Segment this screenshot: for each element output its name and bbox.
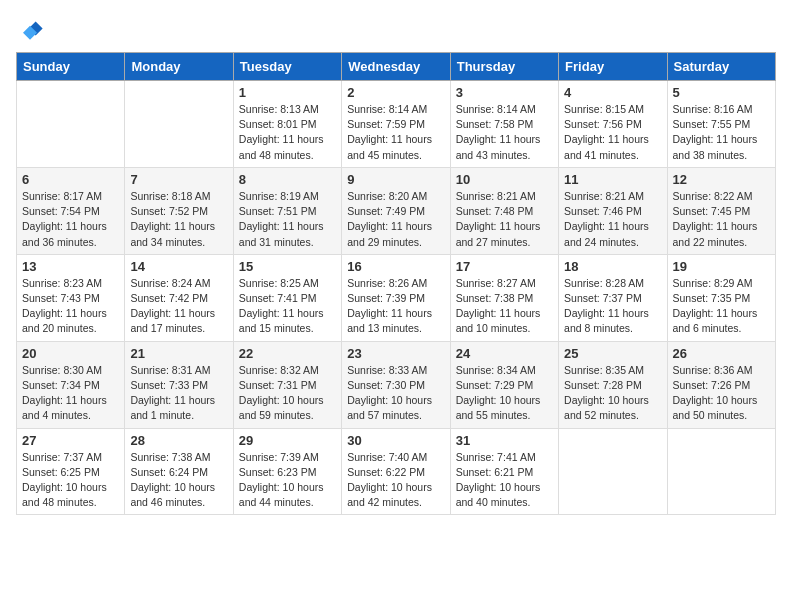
calendar-cell (125, 81, 233, 168)
calendar-cell: 6Sunrise: 8:17 AMSunset: 7:54 PMDaylight… (17, 167, 125, 254)
calendar-cell: 3Sunrise: 8:14 AMSunset: 7:58 PMDaylight… (450, 81, 558, 168)
calendar-cell (559, 428, 667, 515)
day-number: 2 (347, 85, 444, 100)
day-info: Sunrise: 8:33 AMSunset: 7:30 PMDaylight:… (347, 363, 444, 424)
day-info: Sunrise: 8:14 AMSunset: 7:58 PMDaylight:… (456, 102, 553, 163)
day-info: Sunrise: 8:32 AMSunset: 7:31 PMDaylight:… (239, 363, 336, 424)
day-number: 29 (239, 433, 336, 448)
day-number: 9 (347, 172, 444, 187)
day-info: Sunrise: 8:30 AMSunset: 7:34 PMDaylight:… (22, 363, 119, 424)
header-tuesday: Tuesday (233, 53, 341, 81)
calendar-week-row: 13Sunrise: 8:23 AMSunset: 7:43 PMDayligh… (17, 254, 776, 341)
day-number: 18 (564, 259, 661, 274)
header-sunday: Sunday (17, 53, 125, 81)
calendar-header-row: SundayMondayTuesdayWednesdayThursdayFrid… (17, 53, 776, 81)
day-number: 30 (347, 433, 444, 448)
calendar-cell: 23Sunrise: 8:33 AMSunset: 7:30 PMDayligh… (342, 341, 450, 428)
day-info: Sunrise: 8:21 AMSunset: 7:46 PMDaylight:… (564, 189, 661, 250)
day-number: 7 (130, 172, 227, 187)
day-info: Sunrise: 8:29 AMSunset: 7:35 PMDaylight:… (673, 276, 770, 337)
day-number: 31 (456, 433, 553, 448)
page-header (16, 16, 776, 44)
calendar-cell: 7Sunrise: 8:18 AMSunset: 7:52 PMDaylight… (125, 167, 233, 254)
calendar-cell: 15Sunrise: 8:25 AMSunset: 7:41 PMDayligh… (233, 254, 341, 341)
day-info: Sunrise: 8:35 AMSunset: 7:28 PMDaylight:… (564, 363, 661, 424)
day-number: 28 (130, 433, 227, 448)
day-number: 16 (347, 259, 444, 274)
calendar-cell: 31Sunrise: 7:41 AMSunset: 6:21 PMDayligh… (450, 428, 558, 515)
calendar-week-row: 20Sunrise: 8:30 AMSunset: 7:34 PMDayligh… (17, 341, 776, 428)
calendar-cell: 4Sunrise: 8:15 AMSunset: 7:56 PMDaylight… (559, 81, 667, 168)
calendar-cell: 21Sunrise: 8:31 AMSunset: 7:33 PMDayligh… (125, 341, 233, 428)
day-info: Sunrise: 7:39 AMSunset: 6:23 PMDaylight:… (239, 450, 336, 511)
day-info: Sunrise: 8:22 AMSunset: 7:45 PMDaylight:… (673, 189, 770, 250)
day-number: 3 (456, 85, 553, 100)
day-info: Sunrise: 8:27 AMSunset: 7:38 PMDaylight:… (456, 276, 553, 337)
day-number: 22 (239, 346, 336, 361)
day-number: 17 (456, 259, 553, 274)
header-wednesday: Wednesday (342, 53, 450, 81)
day-info: Sunrise: 8:20 AMSunset: 7:49 PMDaylight:… (347, 189, 444, 250)
calendar-cell: 24Sunrise: 8:34 AMSunset: 7:29 PMDayligh… (450, 341, 558, 428)
day-number: 20 (22, 346, 119, 361)
day-number: 21 (130, 346, 227, 361)
day-info: Sunrise: 8:31 AMSunset: 7:33 PMDaylight:… (130, 363, 227, 424)
day-info: Sunrise: 8:14 AMSunset: 7:59 PMDaylight:… (347, 102, 444, 163)
day-number: 1 (239, 85, 336, 100)
calendar-cell (17, 81, 125, 168)
header-saturday: Saturday (667, 53, 775, 81)
logo-icon (16, 16, 44, 44)
calendar-cell: 11Sunrise: 8:21 AMSunset: 7:46 PMDayligh… (559, 167, 667, 254)
calendar-cell (667, 428, 775, 515)
header-monday: Monday (125, 53, 233, 81)
calendar-cell: 13Sunrise: 8:23 AMSunset: 7:43 PMDayligh… (17, 254, 125, 341)
calendar-table: SundayMondayTuesdayWednesdayThursdayFrid… (16, 52, 776, 515)
calendar-cell: 5Sunrise: 8:16 AMSunset: 7:55 PMDaylight… (667, 81, 775, 168)
calendar-cell: 10Sunrise: 8:21 AMSunset: 7:48 PMDayligh… (450, 167, 558, 254)
day-number: 6 (22, 172, 119, 187)
day-info: Sunrise: 8:23 AMSunset: 7:43 PMDaylight:… (22, 276, 119, 337)
day-number: 13 (22, 259, 119, 274)
calendar-cell: 9Sunrise: 8:20 AMSunset: 7:49 PMDaylight… (342, 167, 450, 254)
calendar-cell: 12Sunrise: 8:22 AMSunset: 7:45 PMDayligh… (667, 167, 775, 254)
day-info: Sunrise: 8:24 AMSunset: 7:42 PMDaylight:… (130, 276, 227, 337)
day-info: Sunrise: 8:16 AMSunset: 7:55 PMDaylight:… (673, 102, 770, 163)
day-number: 14 (130, 259, 227, 274)
calendar-cell: 25Sunrise: 8:35 AMSunset: 7:28 PMDayligh… (559, 341, 667, 428)
calendar-cell: 22Sunrise: 8:32 AMSunset: 7:31 PMDayligh… (233, 341, 341, 428)
day-info: Sunrise: 8:34 AMSunset: 7:29 PMDaylight:… (456, 363, 553, 424)
day-info: Sunrise: 8:17 AMSunset: 7:54 PMDaylight:… (22, 189, 119, 250)
calendar-cell: 29Sunrise: 7:39 AMSunset: 6:23 PMDayligh… (233, 428, 341, 515)
day-info: Sunrise: 8:19 AMSunset: 7:51 PMDaylight:… (239, 189, 336, 250)
calendar-cell: 27Sunrise: 7:37 AMSunset: 6:25 PMDayligh… (17, 428, 125, 515)
day-number: 8 (239, 172, 336, 187)
calendar-cell: 19Sunrise: 8:29 AMSunset: 7:35 PMDayligh… (667, 254, 775, 341)
calendar-cell: 16Sunrise: 8:26 AMSunset: 7:39 PMDayligh… (342, 254, 450, 341)
day-number: 19 (673, 259, 770, 274)
day-number: 25 (564, 346, 661, 361)
header-thursday: Thursday (450, 53, 558, 81)
day-info: Sunrise: 7:38 AMSunset: 6:24 PMDaylight:… (130, 450, 227, 511)
calendar-cell: 14Sunrise: 8:24 AMSunset: 7:42 PMDayligh… (125, 254, 233, 341)
calendar-cell: 2Sunrise: 8:14 AMSunset: 7:59 PMDaylight… (342, 81, 450, 168)
calendar-cell: 17Sunrise: 8:27 AMSunset: 7:38 PMDayligh… (450, 254, 558, 341)
day-number: 15 (239, 259, 336, 274)
calendar-week-row: 27Sunrise: 7:37 AMSunset: 6:25 PMDayligh… (17, 428, 776, 515)
calendar-cell: 1Sunrise: 8:13 AMSunset: 8:01 PMDaylight… (233, 81, 341, 168)
day-info: Sunrise: 8:15 AMSunset: 7:56 PMDaylight:… (564, 102, 661, 163)
calendar-week-row: 6Sunrise: 8:17 AMSunset: 7:54 PMDaylight… (17, 167, 776, 254)
day-number: 27 (22, 433, 119, 448)
calendar-week-row: 1Sunrise: 8:13 AMSunset: 8:01 PMDaylight… (17, 81, 776, 168)
logo (16, 16, 48, 44)
calendar-cell: 18Sunrise: 8:28 AMSunset: 7:37 PMDayligh… (559, 254, 667, 341)
day-number: 26 (673, 346, 770, 361)
calendar-cell: 20Sunrise: 8:30 AMSunset: 7:34 PMDayligh… (17, 341, 125, 428)
day-info: Sunrise: 8:28 AMSunset: 7:37 PMDaylight:… (564, 276, 661, 337)
day-info: Sunrise: 8:21 AMSunset: 7:48 PMDaylight:… (456, 189, 553, 250)
day-number: 12 (673, 172, 770, 187)
day-number: 10 (456, 172, 553, 187)
day-number: 23 (347, 346, 444, 361)
day-number: 5 (673, 85, 770, 100)
day-number: 4 (564, 85, 661, 100)
calendar-cell: 26Sunrise: 8:36 AMSunset: 7:26 PMDayligh… (667, 341, 775, 428)
